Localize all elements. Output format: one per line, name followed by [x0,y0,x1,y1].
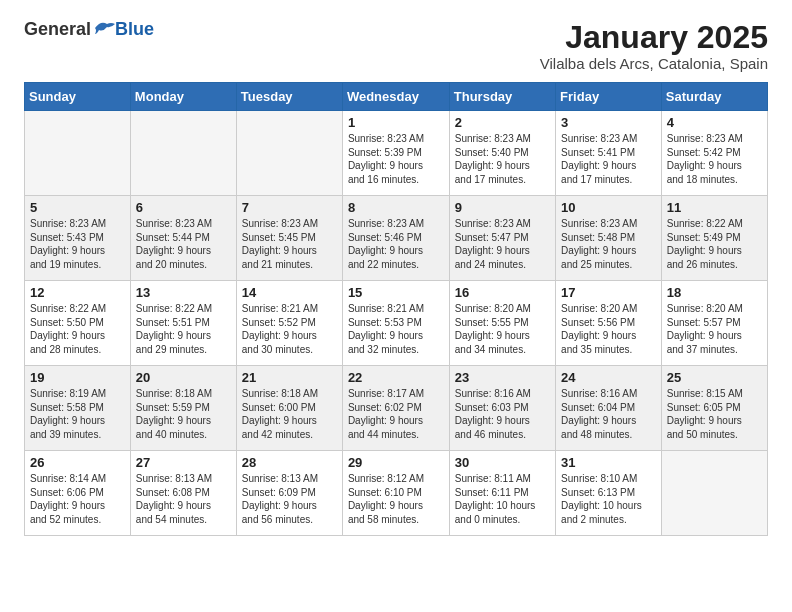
day-number: 5 [30,200,125,215]
day-info: Sunrise: 8:23 AM Sunset: 5:39 PM Dayligh… [348,132,444,186]
day-info: Sunrise: 8:15 AM Sunset: 6:05 PM Dayligh… [667,387,762,441]
day-number: 27 [136,455,231,470]
calendar-table: SundayMondayTuesdayWednesdayThursdayFrid… [24,82,768,536]
calendar-cell: 9Sunrise: 8:23 AM Sunset: 5:47 PM Daylig… [449,196,555,281]
calendar-cell: 22Sunrise: 8:17 AM Sunset: 6:02 PM Dayli… [342,366,449,451]
day-info: Sunrise: 8:14 AM Sunset: 6:06 PM Dayligh… [30,472,125,526]
day-number: 21 [242,370,337,385]
week-row-1: 1Sunrise: 8:23 AM Sunset: 5:39 PM Daylig… [25,111,768,196]
calendar-cell: 5Sunrise: 8:23 AM Sunset: 5:43 PM Daylig… [25,196,131,281]
day-info: Sunrise: 8:17 AM Sunset: 6:02 PM Dayligh… [348,387,444,441]
day-info: Sunrise: 8:16 AM Sunset: 6:04 PM Dayligh… [561,387,656,441]
weekday-header-friday: Friday [556,83,662,111]
day-number: 22 [348,370,444,385]
calendar-cell [236,111,342,196]
day-number: 7 [242,200,337,215]
day-number: 17 [561,285,656,300]
calendar-cell: 31Sunrise: 8:10 AM Sunset: 6:13 PM Dayli… [556,451,662,536]
weekday-header-thursday: Thursday [449,83,555,111]
calendar-cell: 16Sunrise: 8:20 AM Sunset: 5:55 PM Dayli… [449,281,555,366]
day-number: 26 [30,455,125,470]
day-info: Sunrise: 8:23 AM Sunset: 5:40 PM Dayligh… [455,132,550,186]
calendar-cell: 17Sunrise: 8:20 AM Sunset: 5:56 PM Dayli… [556,281,662,366]
week-row-5: 26Sunrise: 8:14 AM Sunset: 6:06 PM Dayli… [25,451,768,536]
calendar-cell: 8Sunrise: 8:23 AM Sunset: 5:46 PM Daylig… [342,196,449,281]
calendar-cell [130,111,236,196]
day-number: 29 [348,455,444,470]
day-info: Sunrise: 8:19 AM Sunset: 5:58 PM Dayligh… [30,387,125,441]
calendar-cell: 15Sunrise: 8:21 AM Sunset: 5:53 PM Dayli… [342,281,449,366]
day-info: Sunrise: 8:18 AM Sunset: 6:00 PM Dayligh… [242,387,337,441]
calendar-cell [25,111,131,196]
day-info: Sunrise: 8:23 AM Sunset: 5:48 PM Dayligh… [561,217,656,271]
calendar-cell: 26Sunrise: 8:14 AM Sunset: 6:06 PM Dayli… [25,451,131,536]
day-number: 9 [455,200,550,215]
calendar-cell: 27Sunrise: 8:13 AM Sunset: 6:08 PM Dayli… [130,451,236,536]
day-number: 2 [455,115,550,130]
day-number: 18 [667,285,762,300]
calendar-cell: 25Sunrise: 8:15 AM Sunset: 6:05 PM Dayli… [661,366,767,451]
week-row-4: 19Sunrise: 8:19 AM Sunset: 5:58 PM Dayli… [25,366,768,451]
weekday-header-tuesday: Tuesday [236,83,342,111]
page: General Blue January 2025 Vilalba dels A… [0,0,792,556]
calendar-cell: 28Sunrise: 8:13 AM Sunset: 6:09 PM Dayli… [236,451,342,536]
day-info: Sunrise: 8:13 AM Sunset: 6:09 PM Dayligh… [242,472,337,526]
calendar-cell: 3Sunrise: 8:23 AM Sunset: 5:41 PM Daylig… [556,111,662,196]
day-info: Sunrise: 8:10 AM Sunset: 6:13 PM Dayligh… [561,472,656,526]
day-info: Sunrise: 8:23 AM Sunset: 5:42 PM Dayligh… [667,132,762,186]
location: Vilalba dels Arcs, Catalonia, Spain [540,55,768,72]
day-info: Sunrise: 8:20 AM Sunset: 5:57 PM Dayligh… [667,302,762,356]
calendar-cell: 6Sunrise: 8:23 AM Sunset: 5:44 PM Daylig… [130,196,236,281]
day-number: 4 [667,115,762,130]
calendar-cell: 4Sunrise: 8:23 AM Sunset: 5:42 PM Daylig… [661,111,767,196]
calendar-cell [661,451,767,536]
logo-general-text: General [24,20,91,38]
day-info: Sunrise: 8:22 AM Sunset: 5:50 PM Dayligh… [30,302,125,356]
week-row-2: 5Sunrise: 8:23 AM Sunset: 5:43 PM Daylig… [25,196,768,281]
calendar-cell: 12Sunrise: 8:22 AM Sunset: 5:50 PM Dayli… [25,281,131,366]
calendar-cell: 20Sunrise: 8:18 AM Sunset: 5:59 PM Dayli… [130,366,236,451]
day-info: Sunrise: 8:23 AM Sunset: 5:47 PM Dayligh… [455,217,550,271]
day-number: 25 [667,370,762,385]
calendar-cell: 29Sunrise: 8:12 AM Sunset: 6:10 PM Dayli… [342,451,449,536]
day-info: Sunrise: 8:22 AM Sunset: 5:49 PM Dayligh… [667,217,762,271]
day-number: 23 [455,370,550,385]
day-number: 16 [455,285,550,300]
calendar-cell: 24Sunrise: 8:16 AM Sunset: 6:04 PM Dayli… [556,366,662,451]
day-info: Sunrise: 8:12 AM Sunset: 6:10 PM Dayligh… [348,472,444,526]
week-row-3: 12Sunrise: 8:22 AM Sunset: 5:50 PM Dayli… [25,281,768,366]
day-info: Sunrise: 8:21 AM Sunset: 5:53 PM Dayligh… [348,302,444,356]
day-info: Sunrise: 8:13 AM Sunset: 6:08 PM Dayligh… [136,472,231,526]
logo-blue-text: Blue [115,20,154,38]
calendar-cell: 21Sunrise: 8:18 AM Sunset: 6:00 PM Dayli… [236,366,342,451]
calendar-cell: 19Sunrise: 8:19 AM Sunset: 5:58 PM Dayli… [25,366,131,451]
day-number: 14 [242,285,337,300]
day-number: 31 [561,455,656,470]
day-number: 1 [348,115,444,130]
day-info: Sunrise: 8:21 AM Sunset: 5:52 PM Dayligh… [242,302,337,356]
calendar-cell: 18Sunrise: 8:20 AM Sunset: 5:57 PM Dayli… [661,281,767,366]
day-info: Sunrise: 8:20 AM Sunset: 5:55 PM Dayligh… [455,302,550,356]
weekday-header-saturday: Saturday [661,83,767,111]
day-number: 30 [455,455,550,470]
calendar-cell: 23Sunrise: 8:16 AM Sunset: 6:03 PM Dayli… [449,366,555,451]
day-number: 15 [348,285,444,300]
calendar-cell: 13Sunrise: 8:22 AM Sunset: 5:51 PM Dayli… [130,281,236,366]
weekday-header-wednesday: Wednesday [342,83,449,111]
day-info: Sunrise: 8:16 AM Sunset: 6:03 PM Dayligh… [455,387,550,441]
weekday-header-sunday: Sunday [25,83,131,111]
day-number: 3 [561,115,656,130]
day-number: 12 [30,285,125,300]
calendar-cell: 11Sunrise: 8:22 AM Sunset: 5:49 PM Dayli… [661,196,767,281]
logo-bird-icon [93,20,115,36]
day-info: Sunrise: 8:11 AM Sunset: 6:11 PM Dayligh… [455,472,550,526]
day-number: 20 [136,370,231,385]
weekday-header-monday: Monday [130,83,236,111]
calendar-cell: 7Sunrise: 8:23 AM Sunset: 5:45 PM Daylig… [236,196,342,281]
day-info: Sunrise: 8:23 AM Sunset: 5:45 PM Dayligh… [242,217,337,271]
day-number: 13 [136,285,231,300]
day-info: Sunrise: 8:18 AM Sunset: 5:59 PM Dayligh… [136,387,231,441]
day-info: Sunrise: 8:20 AM Sunset: 5:56 PM Dayligh… [561,302,656,356]
day-number: 11 [667,200,762,215]
day-info: Sunrise: 8:23 AM Sunset: 5:43 PM Dayligh… [30,217,125,271]
